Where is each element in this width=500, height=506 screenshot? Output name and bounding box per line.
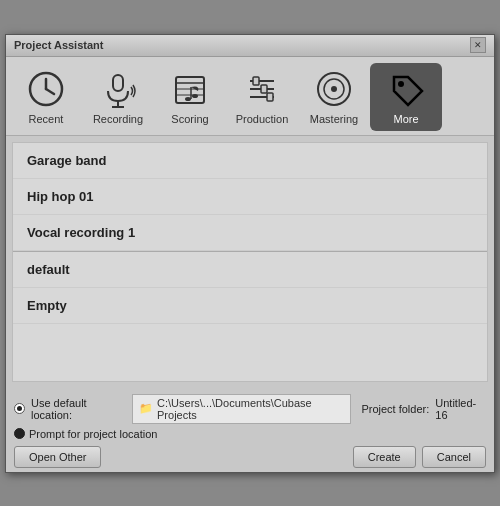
toolbar-item-scoring[interactable]: Scoring: [154, 63, 226, 131]
svg-point-22: [398, 81, 404, 87]
path-value: C:\Users\...\Documents\Cubase Projects: [157, 397, 344, 421]
svg-point-21: [331, 86, 337, 92]
list-item[interactable]: Vocal recording 1: [13, 215, 487, 251]
toolbar-item-recording[interactable]: Recording: [82, 63, 154, 131]
list-item[interactable]: Hip hop 01: [13, 179, 487, 215]
toolbar-item-recent[interactable]: Recent: [10, 63, 82, 131]
open-other-button[interactable]: Open Other: [14, 446, 101, 468]
list-item[interactable]: Garage band: [13, 143, 487, 179]
window-title: Project Assistant: [14, 39, 103, 51]
toolbar-label-production: Production: [236, 113, 289, 125]
cancel-button[interactable]: Cancel: [422, 446, 486, 468]
clock-icon: [26, 69, 66, 109]
use-default-location-label: Use default location:: [31, 397, 126, 421]
use-default-location-row: Use default location: 📁 C:\Users\...\Doc…: [14, 394, 486, 424]
bottom-area: Use default location: 📁 C:\Users\...\Doc…: [6, 388, 494, 472]
toolbar-item-more[interactable]: More: [370, 63, 442, 131]
toolbar-item-production[interactable]: Production: [226, 63, 298, 131]
svg-point-12: [192, 94, 198, 98]
toolbar-item-mastering[interactable]: Mastering: [298, 63, 370, 131]
svg-point-10: [185, 97, 191, 101]
svg-line-2: [46, 89, 54, 94]
svg-rect-3: [113, 75, 123, 91]
list-item[interactable]: Empty: [13, 288, 487, 324]
toolbar-label-mastering: Mastering: [310, 113, 358, 125]
svg-rect-16: [253, 77, 259, 85]
toolbar: Recent Recording: [6, 57, 494, 136]
toolbar-label-more: More: [393, 113, 418, 125]
list-item[interactable]: default: [13, 251, 487, 288]
project-folder-value: Untitled-16: [435, 397, 486, 421]
tag-icon: [386, 69, 426, 109]
prompt-for-location-radio[interactable]: [14, 428, 25, 439]
svg-rect-17: [261, 85, 267, 93]
title-bar: Project Assistant ✕: [6, 35, 494, 57]
svg-rect-18: [267, 93, 273, 101]
right-buttons: Create Cancel: [353, 446, 486, 468]
toolbar-label-recent: Recent: [29, 113, 64, 125]
toolbar-label-scoring: Scoring: [171, 113, 208, 125]
prompt-for-location-label: Prompt for project location: [29, 428, 157, 440]
toolbar-label-recording: Recording: [93, 113, 143, 125]
close-button[interactable]: ✕: [470, 37, 486, 53]
title-bar-left: Project Assistant: [14, 39, 103, 51]
project-folder-label: Project folder:: [361, 403, 429, 415]
music-note-icon: [170, 69, 210, 109]
sliders-icon: [242, 69, 282, 109]
prompt-for-location-row: Prompt for project location: [14, 428, 486, 440]
project-assistant-window: Project Assistant ✕ Recent: [5, 34, 495, 473]
mic-icon: [98, 69, 138, 109]
path-box: 📁 C:\Users\...\Documents\Cubase Projects: [132, 394, 351, 424]
disc-icon: [314, 69, 354, 109]
project-list: Garage band Hip hop 01 Vocal recording 1…: [12, 142, 488, 382]
create-button[interactable]: Create: [353, 446, 416, 468]
button-row: Open Other Create Cancel: [14, 446, 486, 468]
folder-icon-sm: 📁: [139, 402, 153, 415]
use-default-location-radio[interactable]: [14, 403, 25, 414]
